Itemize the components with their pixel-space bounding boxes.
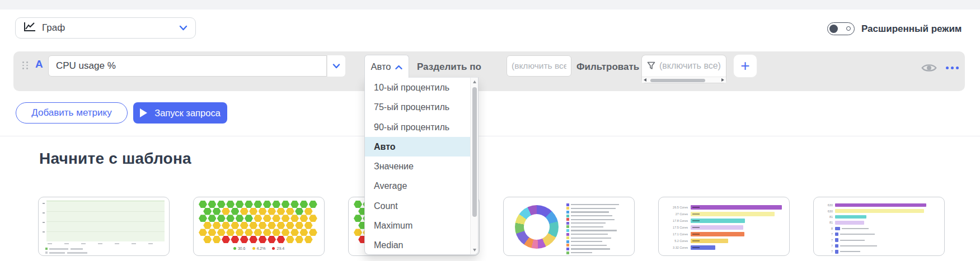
hex — [199, 229, 207, 236]
split-by-input[interactable] — [507, 55, 571, 77]
hex — [217, 201, 226, 208]
hex — [199, 201, 207, 208]
dleg-sq — [566, 207, 569, 210]
dleg-row — [566, 214, 619, 218]
visibility-eye-icon[interactable] — [921, 63, 937, 75]
scroll-thumb[interactable] — [650, 79, 705, 82]
template-card-barchart[interactable]: 26.5 Cores27 Cores17.8 Cores17.5 Cores17… — [658, 197, 790, 256]
hex — [282, 215, 290, 222]
more-options-button[interactable] — [946, 67, 959, 69]
tline — [840, 251, 860, 252]
hex — [286, 208, 294, 215]
hex — [304, 208, 313, 215]
dleg-row — [566, 244, 619, 248]
scroll-thumb[interactable] — [472, 87, 477, 217]
bbar — [691, 219, 745, 223]
metric-dropdown-button[interactable] — [327, 55, 345, 77]
hex — [236, 201, 244, 208]
hex — [309, 201, 317, 208]
chevron-down-icon — [179, 23, 187, 33]
tbar — [835, 238, 838, 241]
btxt — [692, 207, 700, 208]
aggregation-option[interactable]: 90-ый процентиль — [365, 117, 470, 137]
card1-xticks — [48, 243, 163, 245]
hex — [354, 201, 362, 208]
donut-legend — [566, 203, 619, 254]
hex — [203, 208, 212, 215]
hex — [226, 215, 235, 222]
blab: 17.5 Cores — [663, 226, 688, 229]
metric-input[interactable] — [48, 55, 327, 77]
chart-type-select[interactable]: Граф — [15, 17, 196, 39]
aggregation-option[interactable]: Авто — [365, 137, 470, 156]
advanced-mode-toggle[interactable] — [827, 22, 855, 35]
dleg-sq — [566, 229, 569, 232]
template-card-toplist[interactable]: 630630818187777 — [813, 197, 945, 256]
blab: 17.8 Cores — [663, 219, 688, 222]
play-icon — [140, 108, 147, 117]
chevron-down-icon — [332, 61, 340, 71]
hex — [268, 208, 276, 215]
tline — [840, 240, 865, 241]
top-band — [0, 0, 980, 10]
aggregation-option[interactable]: Значение — [365, 156, 470, 176]
trow: 630 — [818, 208, 941, 213]
dleg-ln — [571, 204, 619, 205]
dleg-row — [566, 225, 619, 229]
hl: 29.4 — [272, 246, 284, 250]
dleg-sq — [566, 236, 569, 239]
hex — [268, 222, 276, 229]
dleg-ln — [571, 234, 608, 235]
hex — [295, 236, 303, 243]
template-card-timeseries[interactable] — [38, 197, 170, 256]
hex — [231, 222, 239, 229]
tline — [842, 228, 869, 229]
dleg-row — [566, 229, 619, 232]
aggregation-option[interactable]: Average — [365, 176, 470, 196]
tval: 630 — [818, 203, 833, 207]
trow: 81 — [818, 214, 941, 220]
xd — [98, 243, 102, 244]
hex — [249, 222, 257, 229]
scroll-left-arrow-icon[interactable] — [644, 78, 646, 82]
hex — [354, 229, 362, 236]
dleg-row — [566, 232, 619, 236]
btxt — [692, 213, 700, 215]
add-metric-button[interactable]: Добавить метрику — [16, 102, 128, 124]
scroll-right-arrow-icon[interactable] — [721, 78, 724, 82]
template-card-honeycomb[interactable]: 30.64.2%29.4 — [193, 197, 325, 256]
add-filter-button[interactable]: + — [733, 54, 757, 78]
dleg-row — [566, 240, 619, 244]
hex — [295, 208, 303, 215]
hex — [226, 229, 235, 236]
toplist-rows: 630630818187777 — [818, 202, 941, 255]
filter-horizontal-scrollbar[interactable] — [642, 77, 726, 83]
btxt — [692, 227, 700, 228]
template-card-donut[interactable] — [503, 197, 635, 256]
aggregation-option[interactable]: 10-ый процентиль — [365, 78, 470, 97]
hl: 30.6 — [233, 246, 246, 250]
dropdown-scrollbar[interactable] — [470, 78, 478, 254]
hex — [263, 215, 271, 222]
hl: 4.2% — [252, 246, 266, 250]
dleg-row — [566, 217, 619, 221]
trow: 7 — [818, 243, 941, 249]
run-query-button[interactable]: Запуск запроса — [133, 102, 227, 124]
aggregation-option[interactable]: Count — [365, 196, 470, 216]
aggregation-option[interactable]: Maximum — [365, 216, 470, 235]
aggregation-option[interactable]: 75-ый процентиль — [365, 97, 470, 117]
hex — [259, 208, 267, 215]
aggregation-option[interactable]: Median — [365, 235, 470, 255]
scroll-down-arrow-icon[interactable] — [473, 249, 476, 251]
dleg-row — [566, 251, 619, 255]
hex — [309, 229, 317, 236]
dleg-ln — [571, 219, 615, 220]
scroll-up-arrow-icon[interactable] — [473, 80, 476, 83]
aggregation-select[interactable]: Авто — [364, 55, 409, 78]
brow: 3.32 Cores — [663, 244, 786, 251]
hex — [236, 215, 244, 222]
tbar — [835, 232, 838, 236]
drag-handle-icon[interactable] — [22, 61, 29, 69]
hex — [276, 222, 285, 229]
dleg-ln — [571, 208, 616, 209]
